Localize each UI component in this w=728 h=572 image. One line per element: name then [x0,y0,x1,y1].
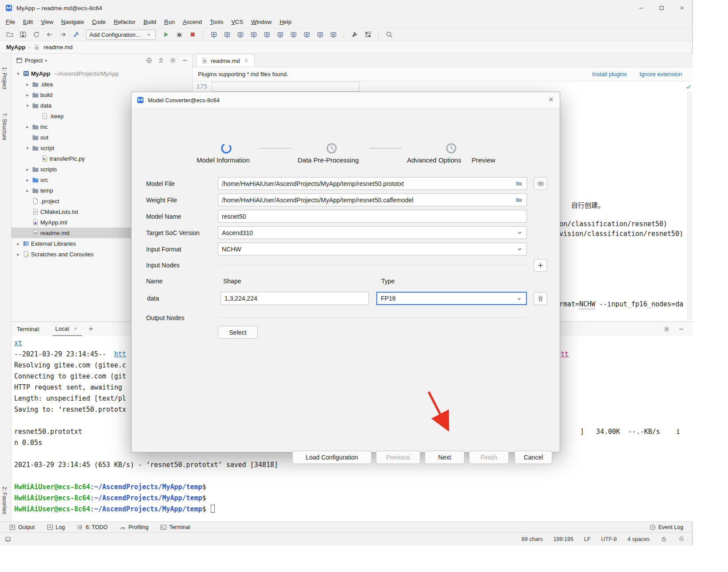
select-output-nodes-button[interactable]: Select [218,326,258,339]
run-configuration-select[interactable]: Add Configuration... [86,30,156,40]
next-button[interactable]: Next [425,451,465,464]
menu-item-code[interactable]: Code [88,17,110,27]
inspections-ok-check-icon[interactable] [685,83,692,90]
back-button[interactable] [43,29,55,40]
ignore-extension-link[interactable]: Ignore extension [639,71,682,77]
maximize-window-button[interactable] [651,0,672,16]
minimize-window-button[interactable] [631,0,651,16]
log-button[interactable]: Log [42,523,70,531]
add-input-node-button[interactable] [534,259,547,272]
tool-windows-toggle-icon[interactable] [4,536,12,543]
stripe-tab-project[interactable]: 1: Project [1,67,8,89]
menu-item-ascend[interactable]: Ascend [179,17,206,27]
output-button[interactable]: Output [4,523,39,531]
hide-terminal-icon[interactable] [678,325,685,332]
input-node-shape-input[interactable] [221,292,369,305]
debug-button[interactable] [173,29,185,40]
stripe-tab-structure[interactable]: 7: Structure [1,113,8,140]
run-button[interactable] [160,29,172,40]
collapsed-arrow-icon[interactable]: ▸ [24,167,31,172]
expanded-arrow-icon[interactable]: ▾ [24,103,31,108]
weight-file-input[interactable] [218,193,527,206]
input-format-select[interactable]: NCHW [218,243,527,255]
ascend-tool-6-button[interactable] [274,29,286,40]
ascend-tool-4-button[interactable] [248,29,259,40]
wrench-button[interactable] [349,29,360,40]
menu-item-window[interactable]: Window [247,17,275,27]
collapsed-arrow-icon[interactable]: ▸ [15,252,21,257]
target-soc-version-select[interactable]: Ascend310 [218,226,527,239]
stripe-tab-favorites[interactable]: 2: Favorites [1,487,8,514]
close-terminal-tab-icon[interactable] [72,325,79,332]
ascend-tool-10-button[interactable] [327,29,339,40]
collapsed-arrow-icon[interactable]: ▸ [24,188,31,193]
collapsed-arrow-icon[interactable]: ▸ [15,241,21,246]
terminal-button[interactable]: Terminal [155,523,194,531]
close-tab-icon[interactable] [243,57,250,64]
collapse-all-icon[interactable] [157,57,164,64]
input-node-type-select[interactable]: FP16 [376,292,527,305]
6-todo-button[interactable]: 6: TODO [72,523,112,531]
menu-item-view[interactable]: View [37,17,57,27]
new-terminal-session-button[interactable]: + [89,325,93,333]
menu-item-run[interactable]: Run [160,17,179,27]
stop-button[interactable] [186,29,198,40]
expanded-arrow-icon[interactable]: ▾ [24,146,31,151]
install-plugins-link[interactable]: Install plugins [592,71,627,77]
menu-item-help[interactable]: Help [275,17,295,27]
ascend-tool-1-button[interactable] [208,29,220,40]
status-line-separator[interactable]: LF [584,536,591,542]
notifications-icon[interactable] [678,536,685,543]
ascend-tool-3-button[interactable] [234,29,246,40]
terminal-settings-gear-icon[interactable] [663,325,670,332]
project-panel-title[interactable]: Project [25,57,43,64]
event-log-button[interactable]: Event Log [645,523,688,531]
model-name-input[interactable] [218,210,527,223]
modules-button[interactable] [362,29,374,40]
ascend-tool-7-button[interactable] [287,29,299,40]
menu-item-vcs[interactable]: VCS [227,17,247,27]
build-button[interactable] [70,29,82,40]
terminal-link[interactable]: xt [14,339,22,347]
menu-item-file[interactable]: File [2,17,19,27]
menu-item-edit[interactable]: Edit [19,17,37,27]
delete-input-node-button[interactable] [534,292,547,305]
collapsed-arrow-icon[interactable]: ▸ [24,93,31,97]
menu-item-navigate[interactable]: Navigate [57,17,88,27]
menu-item-build[interactable]: Build [139,17,160,27]
tree-item-idea[interactable]: ▸.idea [12,79,192,89]
menu-item-tools[interactable]: Tools [206,17,227,27]
locate-file-icon[interactable] [145,57,152,64]
status-encoding[interactable]: UTF-8 [601,536,617,542]
menu-item-refactor[interactable]: Refactor [110,17,139,27]
load-configuration-button[interactable]: Load Configuration [292,451,372,464]
open-button[interactable] [4,29,15,40]
project-view-chevron-icon[interactable]: ▾ [45,58,47,63]
terminal-link[interactable]: htt [114,350,126,358]
model-file-input[interactable] [218,177,527,190]
forward-button[interactable] [57,29,69,40]
status-caret-position[interactable]: 189:195 [554,536,573,542]
tree-item-myapp[interactable]: ▾MyApp~/AscendProjects/MyApp [12,68,192,79]
browse-folder-icon[interactable] [515,180,523,187]
terminal-link[interactable]: tt [561,349,569,360]
hide-panel-icon[interactable] [181,57,188,64]
editor-tab-readme[interactable]: readme.md [196,54,255,67]
collapsed-arrow-icon[interactable]: ▸ [24,82,31,87]
expanded-arrow-icon[interactable]: ▾ [15,71,21,76]
cancel-button[interactable]: Cancel [515,451,552,464]
breadcrumb-file[interactable]: readme.md [43,44,73,50]
breadcrumb-project[interactable]: MyApp [6,44,25,50]
close-window-button[interactable] [672,0,692,16]
browse-folder-icon[interactable] [515,196,523,203]
editor-scrollbar[interactable] [687,92,692,320]
view-model-file-button[interactable] [534,177,547,190]
close-dialog-button[interactable] [548,96,554,104]
lock-icon[interactable] [660,536,667,543]
ascend-tool-2-button[interactable] [221,29,233,40]
ascend-tool-8-button[interactable] [301,29,313,40]
ascend-tool-9-button[interactable] [314,29,326,40]
sync-button[interactable] [30,29,42,40]
terminal-tab-local[interactable]: Local [53,322,82,336]
settings-gear-icon[interactable] [169,57,176,64]
